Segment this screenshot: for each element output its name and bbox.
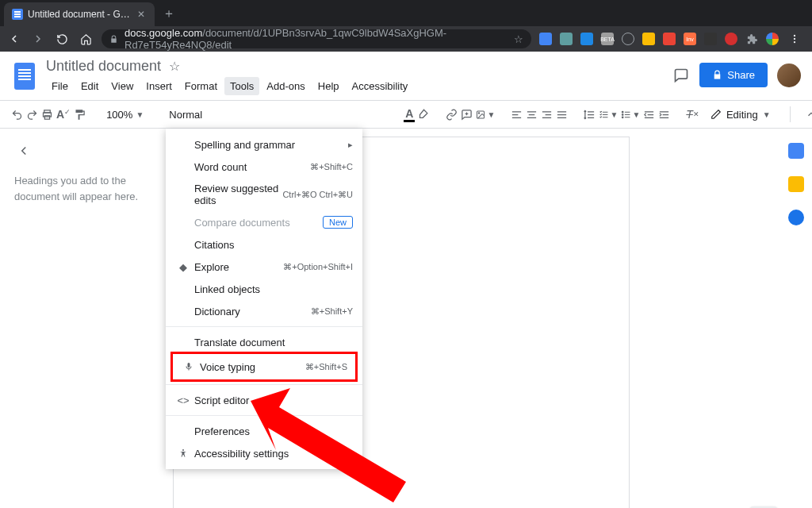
lock-icon [712,70,722,80]
decrease-indent-button[interactable] [643,105,655,124]
menu-translate-document[interactable]: Translate document [166,331,362,353]
extension-icon[interactable] [704,33,717,45]
menu-add-ons[interactable]: Add-ons [261,77,310,95]
svg-point-9 [622,114,624,115]
menu-edit[interactable]: Edit [75,77,104,95]
new-tab-button[interactable]: ＋ [159,4,178,23]
reload-button[interactable] [54,31,70,47]
comments-icon[interactable] [672,67,690,84]
svg-point-2 [794,41,795,43]
clear-formatting-button[interactable]: T✕ [686,105,699,124]
text-color-button[interactable]: A [404,105,415,124]
increase-indent-button[interactable] [658,105,670,124]
extension-icon[interactable] [539,33,552,45]
highlight-color-button[interactable] [418,105,430,124]
menu-file[interactable]: File [46,77,74,95]
editing-mode-select[interactable]: Editing ▼ [703,106,779,124]
print-button[interactable] [41,105,53,124]
microphone-icon [181,362,197,371]
menu-separator [166,415,362,416]
menu-script-editor[interactable]: <>Script editor [166,389,362,411]
insert-comment-button[interactable] [461,105,473,124]
menu-linked-objects[interactable]: Linked objects [166,278,362,300]
extension-icon[interactable] [725,33,737,45]
extension-icon[interactable] [663,33,676,45]
calendar-addon-icon[interactable] [788,143,804,159]
docs-favicon-icon [12,9,23,20]
browser-tab[interactable]: Untitled document - Google D… ✕ [4,2,155,26]
menu-explore[interactable]: ◆Explore⌘+Option+Shift+I [166,256,362,278]
browser-menu-icon[interactable] [787,31,802,47]
bookmark-star-icon[interactable]: ☆ [514,33,523,45]
separator [790,106,791,122]
paragraph-style-select[interactable]: Normal [164,109,207,121]
svg-point-0 [794,35,795,37]
menu-separator [166,384,362,385]
undo-button[interactable] [11,105,23,124]
menu-help[interactable]: Help [312,77,345,95]
menu-spelling-grammar[interactable]: Spelling and grammar▸ [166,133,362,156]
menu-accessibility-settings[interactable]: Accessibility settings [166,442,362,464]
paint-format-button[interactable] [74,105,86,124]
insert-image-button[interactable]: ▼ [476,105,495,124]
code-icon: <> [175,394,191,406]
checklist-button[interactable]: ▼ [599,105,618,124]
line-spacing-button[interactable] [584,105,596,124]
docs-logo-icon[interactable] [11,58,38,94]
document-outline-pane: Headings you add to the document will ap… [0,129,167,508]
extension-icon[interactable] [622,33,634,45]
align-center-button[interactable] [526,105,538,124]
svg-point-1 [794,38,795,40]
menu-voice-typing[interactable]: Voice typing⌘+Shift+S [176,356,352,378]
extension-icon[interactable] [560,33,573,45]
menu-insert[interactable]: Insert [140,77,178,95]
menu-compare-documents: Compare documentsNew [166,211,362,233]
menu-view[interactable]: View [105,77,139,95]
side-panel-rail [782,129,810,225]
extensions-row: BETA Inv [539,31,806,47]
keep-addon-icon[interactable] [788,176,804,192]
extension-icon[interactable]: Inv [684,33,696,45]
address-bar[interactable]: docs.google.com/document/d/1UPBn3srvAb_1… [102,29,531,48]
profile-icon[interactable] [766,33,779,45]
menu-word-count[interactable]: Word count⌘+Shift+C [166,156,362,178]
tab-close-icon[interactable]: ✕ [136,9,147,20]
menu-review-suggested-edits[interactable]: Review suggested editsCtrl+⌘O Ctrl+⌘U [166,178,362,211]
menu-accessibility[interactable]: Accessibility [347,77,414,95]
insert-link-button[interactable] [446,105,458,124]
extension-icon[interactable]: BETA [601,33,614,45]
menu-preferences[interactable]: Preferences [166,420,362,442]
svg-point-7 [479,112,481,114]
browser-toolbar: docs.google.com/document/d/1UPBn3srvAb_1… [0,26,812,52]
main-menu-bar: FileEditViewInsertFormatToolsAdd-onsHelp… [46,77,672,95]
browser-tab-strip: Untitled document - Google D… ✕ ＋ [0,0,812,26]
hide-menus-button[interactable] [802,105,812,124]
extension-icon[interactable] [642,33,655,45]
menu-format[interactable]: Format [179,77,223,95]
align-justify-button[interactable] [556,105,568,124]
outline-placeholder-text: Headings you add to the document will ap… [14,173,152,204]
redo-button[interactable] [26,105,38,124]
align-right-button[interactable] [541,105,553,124]
star-document-icon[interactable]: ☆ [169,59,180,74]
annotation-highlight-box: Voice typing⌘+Shift+S [170,352,358,382]
outline-collapse-button[interactable] [14,141,33,160]
url-text: docs.google.com/document/d/1UPBn3srvAb_1… [124,27,508,51]
align-left-button[interactable] [511,105,523,124]
tasks-addon-icon[interactable] [788,210,804,225]
zoom-select[interactable]: 100%▼ [102,109,148,121]
menu-dictionary[interactable]: Dictionary⌘+Shift+Y [166,300,362,322]
share-button[interactable]: Share [699,63,768,87]
bulleted-list-button[interactable]: ▼ [621,105,640,124]
home-button[interactable] [78,31,94,47]
extension-icon[interactable] [580,33,593,45]
back-button[interactable] [6,31,22,47]
menu-citations[interactable]: Citations [166,233,362,256]
account-avatar[interactable] [777,64,801,87]
forward-button[interactable] [30,31,46,47]
spellcheck-button[interactable]: A✓ [56,105,71,124]
extensions-menu-icon[interactable] [745,33,758,45]
document-title[interactable]: Untitled document [46,58,161,75]
menu-tools[interactable]: Tools [224,77,259,95]
editing-mode-label: Editing [726,109,758,121]
